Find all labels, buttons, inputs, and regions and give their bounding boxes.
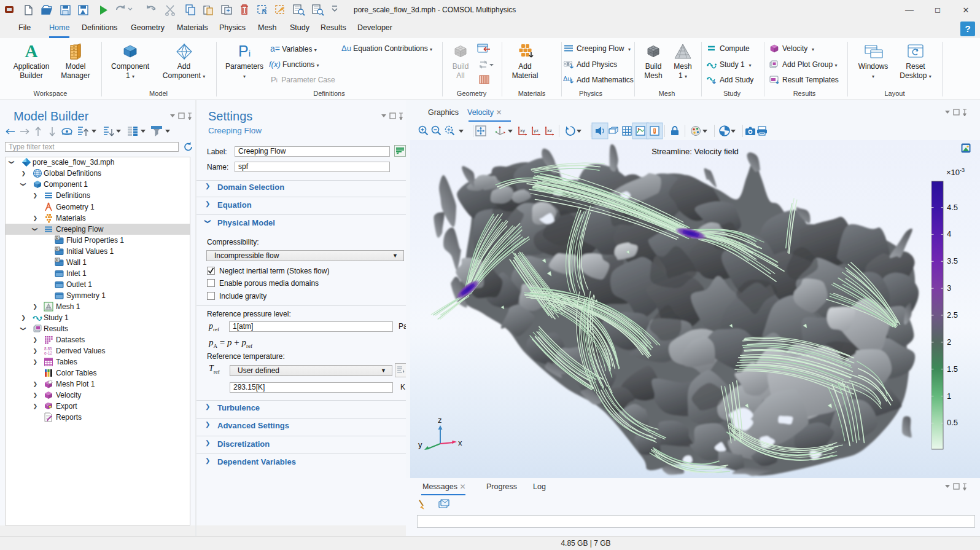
svg-text:D: D xyxy=(56,247,58,251)
svg-text:xy: xy xyxy=(520,128,525,133)
svg-text:xz: xz xyxy=(547,128,552,133)
svg-text:D: D xyxy=(56,258,58,262)
svg-text:8.85: 8.85 xyxy=(44,347,52,351)
svg-text:yz: yz xyxy=(534,128,539,133)
svg-text:e-12: e-12 xyxy=(44,351,52,355)
svg-text:Δu: Δu xyxy=(563,75,571,82)
svg-text:D: D xyxy=(56,236,58,240)
